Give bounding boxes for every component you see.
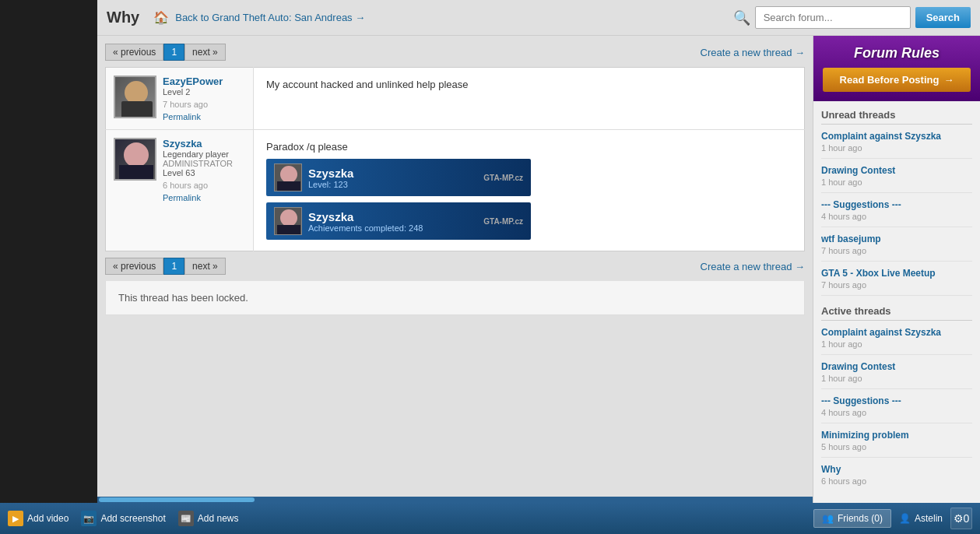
- list-item: Complaint against Szyszka 1 hour ago: [821, 131, 972, 159]
- card-achievements-2: Achievements completed: 248: [308, 223, 423, 233]
- breadcrumb-link[interactable]: Back to Grand Theft Auto: San Andreas →: [175, 12, 365, 23]
- user-time-1: 7 hours ago: [163, 100, 245, 109]
- prev-page-button[interactable]: « previous: [105, 44, 163, 61]
- table-row: Szyszka Legendary player Administrator L…: [106, 130, 805, 251]
- gear-button[interactable]: ⚙ 0: [950, 508, 972, 529]
- username-1[interactable]: EazyEPower: [163, 76, 245, 87]
- add-video-label: Add video: [27, 513, 68, 524]
- avatar-1: [114, 76, 156, 118]
- message-text-2: Paradox /q please: [266, 141, 348, 153]
- user-info-2: Szyszka Legendary player Administrator L…: [114, 138, 245, 202]
- current-page-button[interactable]: 1: [163, 44, 184, 61]
- create-thread-link-bottom[interactable]: Create a new thread →: [701, 261, 805, 272]
- threads-table: EazyEPower Level 2 7 hours ago Permalink…: [105, 67, 805, 251]
- list-item: GTA 5 - Xbox Live Meetup 7 hours ago: [821, 268, 972, 296]
- card-info-2: Szyszka Achievements completed: 248: [308, 210, 423, 233]
- permalink-2[interactable]: Permalink: [163, 193, 245, 202]
- forum-rules-box: Forum Rules Read Before Posting →: [813, 36, 980, 101]
- add-news-label: Add news: [198, 513, 239, 524]
- card-avatar-2: [274, 207, 302, 235]
- active-thread-link-4[interactable]: Minimizing problem: [821, 430, 972, 441]
- user-cell-1: EazyEPower Level 2 7 hours ago Permalink: [106, 68, 254, 130]
- unread-thread-link-5[interactable]: GTA 5 - Xbox Live Meetup: [821, 268, 972, 279]
- user-time-2: 6 hours ago: [163, 181, 245, 190]
- unread-thread-time-4: 7 hours ago: [821, 246, 866, 255]
- permalink-1[interactable]: Permalink: [163, 112, 245, 121]
- prev-page-button-bottom[interactable]: « previous: [105, 258, 163, 275]
- list-item: Complaint against Szyszka 1 hour ago: [821, 327, 972, 355]
- add-screenshot-action[interactable]: 📷 Add screenshot: [81, 511, 165, 526]
- home-icon[interactable]: 🏠: [153, 10, 169, 25]
- friends-button[interactable]: 👥 Friends (0): [813, 509, 891, 528]
- create-thread-link-top[interactable]: Create a new thread →: [701, 47, 805, 58]
- user-rank-1: Level 2: [163, 87, 245, 97]
- forum-rules-title: Forum Rules: [823, 45, 971, 61]
- active-thread-link-1[interactable]: Complaint against Szyszka: [821, 327, 972, 338]
- unread-thread-link-2[interactable]: Drawing Contest: [821, 165, 972, 176]
- active-thread-time-5: 6 hours ago: [821, 476, 866, 486]
- user-details-2: Szyszka Legendary player Administrator L…: [163, 138, 245, 202]
- user-role-2: Administrator: [163, 159, 245, 168]
- message-cell-2: Paradox /q please Szyszka Level: 123: [254, 130, 805, 251]
- current-page-button-bottom[interactable]: 1: [163, 258, 184, 275]
- card-logo-1: GTA-MP.cz: [483, 174, 523, 182]
- pagination-top: « previous 1 next »: [105, 44, 226, 61]
- list-item: wtf basejump 7 hours ago: [821, 234, 972, 262]
- unread-thread-link-4[interactable]: wtf basejump: [821, 234, 972, 244]
- next-page-button[interactable]: next »: [184, 44, 226, 61]
- active-thread-time-1: 1 hour ago: [821, 339, 862, 349]
- card-logo-2: GTA-MP.cz: [483, 217, 523, 226]
- card-name-2: Szyszka: [308, 210, 423, 223]
- header: Why 🏠 Back to Grand Theft Auto: San Andr…: [97, 0, 980, 36]
- card-info-1: Szyszka Level: 123: [308, 167, 353, 189]
- add-news-action[interactable]: 📰 Add news: [178, 511, 239, 526]
- list-item: --- Suggestions --- 4 hours ago: [821, 395, 972, 423]
- left-sidebar: [0, 0, 97, 534]
- player-card-2: Szyszka Achievements completed: 248 GTA-…: [266, 202, 531, 240]
- read-before-button[interactable]: Read Before Posting →: [823, 68, 971, 92]
- search-input[interactable]: [755, 6, 911, 29]
- arrow-icon: →: [943, 74, 954, 86]
- add-screenshot-icon: 📷: [81, 511, 97, 526]
- next-page-button-bottom[interactable]: next »: [184, 258, 226, 275]
- list-item: --- Suggestions --- 4 hours ago: [821, 199, 972, 227]
- gear-icon: ⚙: [954, 512, 964, 525]
- unread-thread-time-5: 7 hours ago: [821, 280, 866, 290]
- user-label: 👤 Astelin: [899, 513, 943, 524]
- search-area: 🔍 Search: [733, 6, 971, 29]
- bottom-bar: ▶ Add video 📷 Add screenshot 📰 Add news …: [0, 503, 980, 534]
- user-level-2: Level 63: [163, 168, 245, 177]
- active-thread-link-3[interactable]: --- Suggestions ---: [821, 395, 972, 406]
- scrollbar-thumb[interactable]: [99, 497, 255, 502]
- add-screenshot-label: Add screenshot: [100, 513, 165, 524]
- active-thread-time-2: 1 hour ago: [821, 374, 862, 383]
- add-video-icon: ▶: [8, 511, 23, 526]
- player-card-1: Szyszka Level: 123 GTA-MP.cz: [266, 159, 531, 196]
- active-thread-link-2[interactable]: Drawing Contest: [821, 361, 972, 372]
- pagination-bottom: « previous 1 next »: [105, 258, 226, 275]
- friends-icon: 👥: [822, 513, 834, 524]
- friends-label: Friends (0): [838, 513, 883, 524]
- username-2[interactable]: Szyszka: [163, 138, 245, 149]
- list-item: Drawing Contest 1 hour ago: [821, 165, 972, 193]
- card-level-1: Level: 123: [308, 180, 353, 189]
- scrollbar-track: [97, 497, 813, 503]
- horizontal-scrollbar[interactable]: [97, 497, 813, 503]
- table-row: EazyEPower Level 2 7 hours ago Permalink…: [106, 68, 805, 130]
- unread-thread-link-1[interactable]: Complaint against Szyszka: [821, 131, 972, 142]
- search-button[interactable]: Search: [915, 7, 971, 28]
- bottom-right: 👥 Friends (0) 👤 Astelin ⚙ 0: [813, 508, 972, 529]
- list-item: Minimizing problem 5 hours ago: [821, 430, 972, 458]
- card-avatar-1: [274, 163, 302, 191]
- message-text-1: My account hacked and unlinked help plea…: [266, 79, 468, 90]
- card-name-1: Szyszka: [308, 167, 353, 180]
- user-rank-2: Legendary player: [163, 149, 245, 159]
- active-thread-link-5[interactable]: Why: [821, 464, 972, 475]
- content-body: « previous 1 next » Create a new thread …: [97, 36, 980, 534]
- bottom-toolbar: « previous 1 next » Create a new thread …: [105, 258, 805, 275]
- add-video-action[interactable]: ▶ Add video: [8, 511, 68, 526]
- unread-thread-link-3[interactable]: --- Suggestions ---: [821, 199, 972, 210]
- message-cell-1: My account hacked and unlinked help plea…: [254, 68, 805, 130]
- header-left: Why 🏠 Back to Grand Theft Auto: San Andr…: [107, 9, 365, 26]
- page-title: Why: [107, 9, 139, 26]
